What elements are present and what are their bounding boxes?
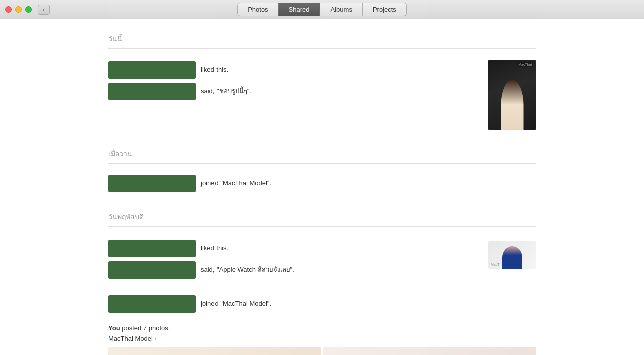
photos-strip xyxy=(108,347,536,355)
tab-bar: Photos Shared Albums Projects xyxy=(237,3,407,16)
activity-row-said: said, "ชอบรูปนี้ๆ". xyxy=(108,81,488,102)
activity-liked-text-thu: liked this. xyxy=(201,243,488,254)
posted-section: You posted 7 photos. MacThai Model › xyxy=(0,318,644,355)
album-name: MacThai Model xyxy=(108,335,153,342)
strip-photo-1[interactable] xyxy=(108,347,321,355)
activity-row-liked: liked this. xyxy=(108,60,488,80)
avatar-today-2 xyxy=(108,83,196,100)
today-activity: liked this. said, "ชอบรูปนี้ๆ". MacThai xyxy=(0,49,644,134)
tab-shared[interactable]: Shared xyxy=(279,3,320,16)
watermark-thursday: MacThai xyxy=(491,263,504,266)
section-header-yesterday: เมื่อวาน xyxy=(108,140,536,163)
tab-projects[interactable]: Projects xyxy=(363,3,407,16)
strip-photo-2[interactable] xyxy=(323,347,536,355)
section-header-today: วันนี้ xyxy=(108,25,536,48)
avatar-thursday-3 xyxy=(108,295,196,313)
activity-item-today-1: liked this. said, "ชอบรูปนี้ๆ". MacThai xyxy=(108,55,536,134)
activity-liked-text: liked this. xyxy=(201,65,488,75)
posted-you: You xyxy=(108,324,120,332)
thursday-activity-2: joined "MacThai Model". xyxy=(0,284,644,318)
activity-item-thursday-2: joined "MacThai Model". xyxy=(108,290,536,318)
section-header-thursday: วันพฤหัสบดี xyxy=(108,203,536,226)
section-thursday: วันพฤหัสบดี xyxy=(0,197,644,226)
activity-item-yesterday-1: joined "MacThai Model". xyxy=(108,170,536,197)
photo-thumb-thursday[interactable]: MacThai xyxy=(488,241,536,269)
avatar-thursday-1 xyxy=(108,240,196,257)
joined-text-yesterday: joined "MacThai Model". xyxy=(201,178,536,189)
section-yesterday: เมื่อวาน xyxy=(0,134,644,163)
posted-text: You posted 7 photos. xyxy=(108,324,536,332)
activity-left-thu: liked this. said, "Apple Watch สีสวยจังเ… xyxy=(108,238,488,280)
joined-text-thursday: joined "MacThai Model". xyxy=(201,299,536,309)
tab-photos[interactable]: Photos xyxy=(237,3,278,16)
avatar-yesterday-1 xyxy=(108,175,196,192)
close-button[interactable] xyxy=(5,6,12,13)
activity-said-text: said, "ชอบรูปนี้ๆ". xyxy=(201,86,488,97)
thursday-activity-1: liked this. said, "Apple Watch สีสวยจังเ… xyxy=(0,227,644,284)
activity-row-said-thu: said, "Apple Watch สีสวยจังเลย". xyxy=(108,260,488,280)
back-icon: ‹ xyxy=(43,6,45,13)
activity-said-text-thu: said, "Apple Watch สีสวยจังเลย". xyxy=(201,265,488,275)
back-button[interactable]: ‹ xyxy=(38,5,50,15)
activity-left: liked this. said, "ชอบรูปนี้ๆ". xyxy=(108,60,488,102)
photo-thumb-today[interactable]: MacThai xyxy=(488,60,536,130)
titlebar: ‹ Photos Shared Albums Projects xyxy=(0,0,644,19)
chevron-right-icon: › xyxy=(155,336,157,342)
posted-description: posted 7 photos. xyxy=(122,324,170,332)
main-content: วันนี้ liked this. said, "ชอบรูปนี้ๆ". M… xyxy=(0,19,644,355)
watermark-today: MacThai xyxy=(517,62,533,67)
yesterday-activity: joined "MacThai Model". xyxy=(0,164,644,197)
traffic-lights xyxy=(5,6,32,13)
section-today: วันนี้ xyxy=(0,19,644,48)
album-link[interactable]: MacThai Model › xyxy=(108,335,536,342)
minimize-button[interactable] xyxy=(15,6,22,13)
activity-row-liked-thu: liked this. xyxy=(108,238,488,259)
maximize-button[interactable] xyxy=(25,6,32,13)
avatar-thursday-2 xyxy=(108,261,196,279)
avatar-today-1 xyxy=(108,61,196,79)
tab-albums[interactable]: Albums xyxy=(320,3,363,16)
activity-item-thursday-1: liked this. said, "Apple Watch สีสวยจังเ… xyxy=(108,233,536,284)
